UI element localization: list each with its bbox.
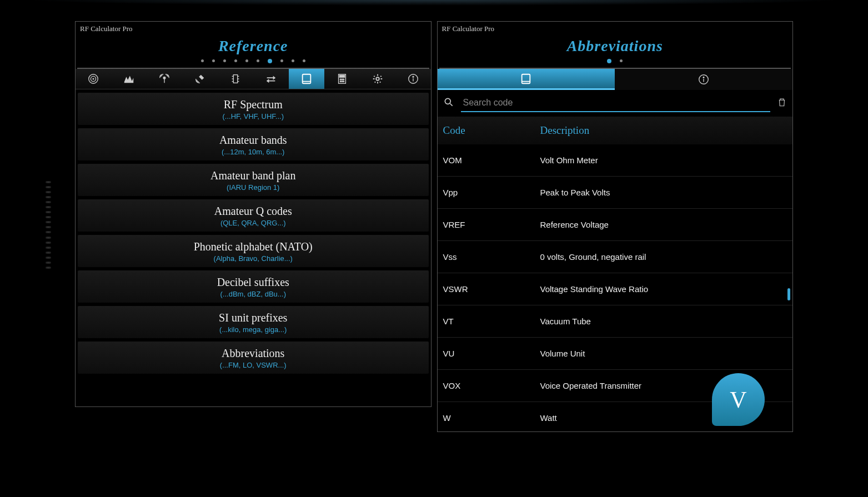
- tab-settings-icon[interactable]: [360, 69, 395, 89]
- table-row[interactable]: VUVolume Unit: [438, 338, 793, 370]
- device-speaker: [46, 178, 52, 272]
- page-dot[interactable]: [292, 59, 294, 62]
- cell-description: Voltage Standing Wave Ratio: [540, 284, 787, 294]
- cell-code: W: [443, 413, 540, 423]
- alpha-index-badge: V: [712, 373, 765, 426]
- page-dot[interactable]: [620, 59, 623, 62]
- page-dot[interactable]: [280, 59, 283, 62]
- tab-component-icon[interactable]: [218, 69, 253, 89]
- table-row[interactable]: VOMVolt Ohm Meter: [438, 144, 793, 177]
- svg-point-18: [342, 81, 343, 82]
- table-header: Code Description: [438, 117, 793, 144]
- reference-item-subtitle: (...FM, LO, VSWR...): [78, 361, 429, 369]
- svg-point-19: [343, 81, 344, 82]
- reference-item-title: Amateur Q codes: [78, 205, 429, 218]
- svg-point-3: [163, 77, 165, 79]
- reference-item-subtitle: (...dBm, dBZ, dBu...): [78, 290, 429, 298]
- svg-point-15: [342, 79, 343, 80]
- table-row[interactable]: VTVacuum Tube: [438, 305, 793, 338]
- svg-rect-5: [233, 75, 237, 83]
- cell-code: Vss: [443, 252, 540, 262]
- cell-code: Vpp: [443, 188, 540, 197]
- cell-description: Peak to Peak Volts: [540, 188, 787, 197]
- reference-item[interactable]: RF Spectrum(...HF, VHF, UHF...): [78, 93, 429, 125]
- reference-item-subtitle: (...12m, 10m, 6m...): [78, 148, 429, 156]
- header-code: Code: [443, 124, 540, 137]
- page-dot[interactable]: [268, 59, 272, 63]
- table-row[interactable]: VREFReference Voltage: [438, 209, 793, 241]
- reference-item-title: Phonetic alphabet (NATO): [78, 240, 429, 253]
- reference-item-subtitle: (IARU Region 1): [78, 183, 429, 192]
- reference-item-subtitle: (...kilo, mega, giga...): [78, 325, 429, 334]
- page-indicator: [438, 57, 793, 68]
- reference-item-title: Decibel suffixes: [78, 276, 429, 289]
- tab-info-icon[interactable]: [395, 69, 431, 89]
- tab-satellite-icon[interactable]: [182, 69, 218, 89]
- table-row[interactable]: Vss0 volts, Ground, negative rail: [438, 241, 793, 273]
- svg-point-14: [340, 79, 341, 80]
- page-dot[interactable]: [245, 59, 248, 62]
- cell-description: Reference Voltage: [540, 220, 787, 229]
- cell-code: VT: [443, 317, 540, 326]
- reference-item-title: SI unit prefixes: [78, 312, 429, 324]
- tab-path-icon[interactable]: [111, 69, 147, 89]
- header-description: Description: [540, 124, 787, 137]
- reference-item[interactable]: SI unit prefixes(...kilo, mega, giga...): [78, 306, 429, 338]
- tab-list-icon[interactable]: [438, 69, 615, 90]
- search-icon: [443, 97, 454, 110]
- cell-code: VSWR: [443, 284, 540, 294]
- reference-item[interactable]: Abbreviations(...FM, LO, VSWR...): [78, 342, 429, 374]
- cell-description: Volume Unit: [540, 349, 787, 358]
- cell-code: VREF: [443, 220, 540, 229]
- page-dot[interactable]: [607, 59, 611, 63]
- cell-code: VOX: [443, 381, 540, 390]
- reference-item[interactable]: Phonetic alphabet (NATO)(Alpha, Bravo, C…: [78, 235, 429, 267]
- reference-item-subtitle: (Alpha, Bravo, Charlie...): [78, 254, 429, 263]
- tabs: [438, 69, 793, 90]
- reference-item[interactable]: Amateur band plan(IARU Region 1): [78, 164, 429, 196]
- toolbar: [76, 69, 431, 89]
- svg-point-25: [703, 77, 704, 78]
- tab-convert-icon[interactable]: [253, 69, 289, 89]
- reference-panel: RF Calculator Pro Reference RF Spectrum(…: [75, 21, 432, 407]
- scroll-thumb[interactable]: [787, 288, 790, 300]
- page-dot[interactable]: [234, 59, 237, 62]
- reference-item-title: Abbreviations: [78, 347, 429, 360]
- cell-description: Volt Ohm Meter: [540, 155, 787, 165]
- table-row[interactable]: VppPeak to Peak Volts: [438, 177, 793, 209]
- reference-item[interactable]: Amateur Q codes(QLE, QRA, QRG...): [78, 199, 429, 232]
- svg-point-22: [413, 76, 414, 77]
- tab-reference-icon[interactable]: [289, 69, 324, 89]
- page-dot[interactable]: [257, 59, 259, 62]
- cell-code: VOM: [443, 155, 540, 165]
- reference-item-subtitle: (QLE, QRA, QRG...): [78, 219, 429, 227]
- reference-list[interactable]: RF Spectrum(...HF, VHF, UHF...)Amateur b…: [76, 89, 431, 406]
- svg-rect-13: [339, 76, 344, 78]
- tab-info-icon[interactable]: [615, 69, 792, 90]
- tab-calculator-icon[interactable]: [324, 69, 360, 89]
- cell-code: VU: [443, 349, 540, 358]
- tab-antenna-icon[interactable]: [147, 69, 182, 89]
- cell-description: Vacuum Tube: [540, 317, 787, 326]
- clear-icon[interactable]: [777, 97, 787, 110]
- search-row: [438, 90, 793, 117]
- table-row[interactable]: VSWRVoltage Standing Wave Ratio: [438, 273, 793, 305]
- svg-point-26: [445, 98, 450, 104]
- page-dot[interactable]: [223, 59, 226, 62]
- svg-line-27: [450, 104, 452, 106]
- app-title: RF Calculator Pro: [76, 22, 431, 36]
- page-dot[interactable]: [201, 59, 204, 62]
- cell-description: 0 volts, Ground, negative rail: [540, 252, 787, 262]
- screen-title: Abbreviations: [438, 36, 793, 57]
- page-dot[interactable]: [303, 59, 305, 62]
- svg-point-17: [340, 81, 341, 82]
- reference-item[interactable]: Amateur bands(...12m, 10m, 6m...): [78, 128, 429, 160]
- svg-point-16: [343, 79, 344, 80]
- tab-target-icon[interactable]: [76, 69, 111, 89]
- search-input[interactable]: [461, 94, 771, 112]
- abbreviations-panel: RF Calculator Pro Abbreviations Code Des…: [437, 21, 794, 432]
- page-dot[interactable]: [212, 59, 215, 62]
- reference-item-title: Amateur band plan: [78, 169, 429, 182]
- reference-item[interactable]: Decibel suffixes(...dBm, dBZ, dBu...): [78, 270, 429, 303]
- abbreviations-table[interactable]: VOMVolt Ohm MeterVppPeak to Peak VoltsVR…: [438, 144, 793, 431]
